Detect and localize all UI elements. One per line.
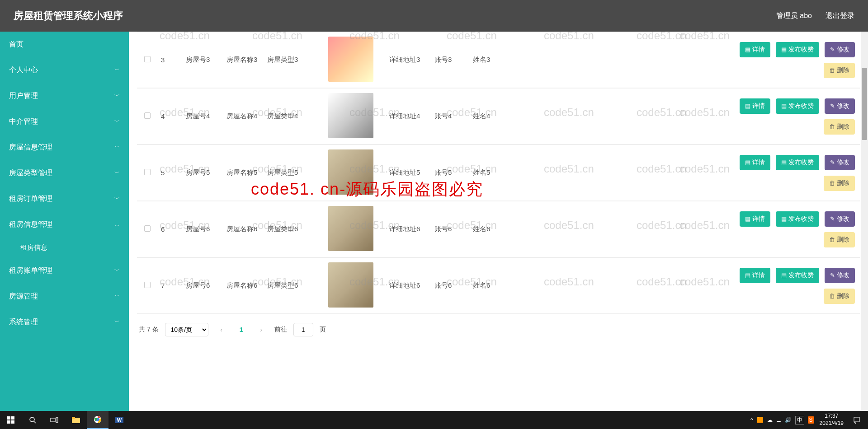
tray-chevron-icon[interactable]: ^: [750, 417, 753, 423]
edit-icon: ✎: [830, 272, 835, 279]
tray-onedrive-icon[interactable]: ☁: [767, 417, 773, 423]
table-cell: [316, 145, 386, 201]
word-icon[interactable]: W: [108, 411, 130, 429]
sidebar-item-label: 房屋类型管理: [9, 168, 52, 178]
clock[interactable]: 17:37 2021/4/19: [820, 413, 844, 427]
pagination-total: 共 7 条: [139, 326, 159, 334]
sidebar-item-9[interactable]: 房源管理﹀: [0, 284, 129, 309]
notification-icon[interactable]: [849, 411, 864, 429]
detail-button[interactable]: ▤详情: [740, 42, 770, 57]
detail-button[interactable]: ▤详情: [740, 268, 770, 283]
sidebar: 首页个人中心﹀用户管理﹀中介管理﹀房屋信息管理﹀房屋类型管理﹀租房订单管理﹀租房…: [0, 32, 129, 429]
table-cell: 房屋类型6: [264, 258, 316, 314]
next-page-button[interactable]: ›: [255, 323, 268, 336]
sidebar-item-7[interactable]: 租房信息管理︿: [0, 212, 129, 238]
svg-rect-1: [11, 416, 14, 420]
row-checkbox[interactable]: [144, 169, 151, 175]
page-size-select[interactable]: 10条/页: [165, 323, 208, 336]
tray-icons[interactable]: ^ 🟧 ☁ ⚊ 🔊 中 S: [750, 416, 814, 424]
file-explorer-icon[interactable]: [65, 411, 87, 429]
sidebar-item-6[interactable]: 租房订单管理﹀: [0, 186, 129, 212]
sidebar-item-label: 系统管理: [9, 317, 38, 327]
delete-button[interactable]: 🗑删除: [824, 232, 855, 247]
table-cell: [137, 145, 157, 201]
delete-icon: 🗑: [829, 293, 835, 299]
sidebar-item-label: 租房信息管理: [9, 220, 52, 229]
edit-button[interactable]: ✎修改: [825, 98, 855, 114]
sidebar-item-5[interactable]: 房屋类型管理﹀: [0, 160, 129, 186]
publish-button[interactable]: ▤发布收费: [776, 42, 819, 57]
current-user[interactable]: 管理员 abo: [776, 11, 812, 21]
delete-button[interactable]: 🗑删除: [824, 119, 855, 135]
detail-button[interactable]: ▤详情: [740, 155, 770, 170]
task-view-icon[interactable]: [43, 411, 65, 429]
publish-button[interactable]: ▤发布收费: [776, 98, 819, 114]
svg-rect-0: [7, 416, 10, 420]
row-checkbox[interactable]: [144, 282, 151, 288]
goto-page-input[interactable]: [293, 323, 313, 336]
publish-button[interactable]: ▤发布收费: [776, 211, 819, 227]
table-cell: 姓名6: [469, 201, 508, 257]
publish-button[interactable]: ▤发布收费: [776, 155, 819, 170]
sidebar-item-1[interactable]: 个人中心﹀: [0, 57, 129, 83]
table-cell: 姓名3: [469, 32, 508, 88]
row-checkbox[interactable]: [144, 112, 151, 119]
sidebar-item-3[interactable]: 中介管理﹀: [0, 109, 129, 135]
sidebar-item-label: 用户管理: [9, 91, 38, 101]
table-cell: 房屋类型4: [264, 89, 316, 145]
svg-point-4: [30, 417, 34, 422]
edit-button[interactable]: ✎修改: [825, 268, 855, 283]
tray-sogou-icon[interactable]: S: [808, 416, 814, 424]
sidebar-item-label: 租房账单管理: [9, 266, 52, 275]
edit-button[interactable]: ✎修改: [825, 42, 855, 57]
detail-icon: ▤: [745, 272, 750, 279]
publish-icon: ▤: [781, 272, 787, 279]
scrollbar-thumb[interactable]: [862, 68, 867, 140]
detail-icon: ▤: [745, 103, 750, 109]
table-cell: [137, 201, 157, 257]
logout-link[interactable]: 退出登录: [826, 11, 854, 21]
table-row: 4房屋号4房屋名称4房屋类型4详细地址4账号4姓名4▤详情▤发布收费✎修改🗑删除: [137, 89, 860, 145]
sidebar-item-2[interactable]: 用户管理﹀: [0, 83, 129, 109]
table-cell: [316, 201, 386, 257]
edit-icon: ✎: [830, 46, 835, 53]
sidebar-item-8[interactable]: 租房账单管理﹀: [0, 258, 129, 284]
detail-button[interactable]: ▤详情: [740, 98, 770, 114]
edit-button[interactable]: ✎修改: [825, 155, 855, 170]
scrollbar-track[interactable]: [861, 32, 868, 411]
detail-icon: ▤: [745, 46, 750, 53]
publish-icon: ▤: [781, 159, 787, 166]
table-row: 3房屋号3房屋名称3房屋类型3详细地址3账号3姓名3▤详情▤发布收费✎修改🗑删除: [137, 32, 860, 88]
delete-button[interactable]: 🗑删除: [824, 63, 855, 78]
tray-app-icon[interactable]: 🟧: [757, 417, 764, 423]
row-checkbox[interactable]: [144, 225, 151, 232]
delete-button[interactable]: 🗑删除: [824, 176, 855, 191]
sidebar-subitem[interactable]: 租房信息: [0, 238, 129, 258]
tray-volume-icon[interactable]: 🔊: [785, 417, 792, 423]
publish-button[interactable]: ▤发布收费: [776, 268, 819, 283]
pagination: 共 7 条 10条/页 ‹ 1 › 前往 页: [137, 314, 860, 345]
sidebar-item-0[interactable]: 首页: [0, 32, 129, 57]
row-checkbox[interactable]: [144, 56, 151, 62]
chrome-icon[interactable]: [87, 411, 108, 429]
svg-text:W: W: [117, 417, 122, 423]
current-page[interactable]: 1: [235, 326, 248, 333]
start-button[interactable]: [0, 411, 22, 429]
tray-ime-icon[interactable]: 中: [795, 416, 804, 424]
table-cell: [137, 32, 157, 88]
delete-button[interactable]: 🗑删除: [824, 289, 855, 304]
svg-rect-2: [7, 420, 10, 424]
tray-wifi-icon[interactable]: ⚊: [776, 417, 781, 423]
chevron-down-icon: ﹀: [114, 92, 120, 100]
delete-icon: 🗑: [829, 123, 835, 130]
sidebar-item-4[interactable]: 房屋信息管理﹀: [0, 135, 129, 160]
table-cell: 房屋号6: [182, 258, 223, 314]
detail-button[interactable]: ▤详情: [740, 211, 770, 227]
search-icon[interactable]: [22, 411, 43, 429]
chevron-down-icon: ﹀: [114, 293, 120, 300]
prev-page-button[interactable]: ‹: [215, 323, 228, 336]
table-cell: 账号5: [431, 145, 469, 201]
edit-button[interactable]: ✎修改: [825, 211, 855, 227]
data-table: code51.cncode51.cncode51.cncode51.cncode…: [137, 32, 860, 314]
sidebar-item-10[interactable]: 系统管理﹀: [0, 309, 129, 335]
